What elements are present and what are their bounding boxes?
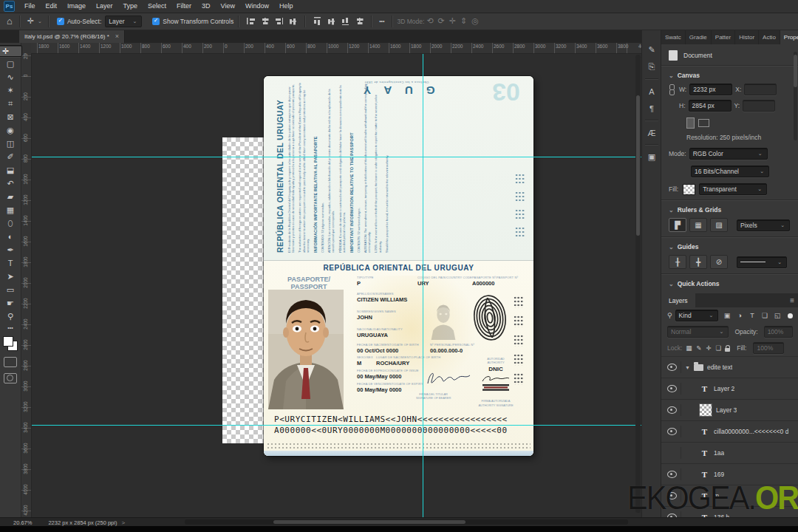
guides-section-header[interactable]: ⌄Guides	[661, 239, 798, 252]
status-chevron-icon[interactable]: >	[121, 519, 125, 526]
lasso-tool[interactable]: ∿	[2, 70, 18, 83]
menu-edit[interactable]: Edit	[41, 0, 63, 13]
horizontal-ruler[interactable]: 2000180016001400120010008006004002000200…	[31, 43, 641, 54]
move-tool-preset-icon[interactable]: ✛	[25, 17, 36, 25]
healing-brush-tool[interactable]: ◫	[2, 137, 18, 150]
glyphs-panel-icon[interactable]: Æ	[644, 126, 659, 140]
crop-tool[interactable]: ⌗	[2, 97, 18, 110]
edit-toolbar-icon[interactable]: •••	[7, 325, 13, 330]
quick-selection-tool[interactable]: ✶	[2, 83, 18, 97]
menu-window[interactable]: Window	[240, 0, 274, 13]
color-swatches[interactable]	[3, 336, 18, 351]
screen-mode-button[interactable]	[4, 373, 17, 383]
filter-toggle[interactable]	[788, 313, 793, 318]
lock-artboard-icon[interactable]: ❏	[716, 344, 722, 352]
guide-layout-icon[interactable]: ╋	[689, 255, 707, 269]
toggle-rulers-icon[interactable]: ▛	[669, 218, 686, 232]
panel-scrollbar[interactable]	[794, 52, 797, 140]
photoshop-logo-icon[interactable]: Ps	[4, 1, 15, 12]
filter-pixel-icon[interactable]: ▣	[721, 310, 732, 321]
3d-drag-icon[interactable]: ✛	[447, 17, 458, 25]
visibility-toggle[interactable]	[666, 447, 681, 459]
layer-row[interactable]: T1aa	[661, 443, 798, 464]
panel-tab-patter[interactable]: Patter	[712, 30, 735, 44]
lock-position-icon[interactable]: ✛	[706, 344, 711, 352]
auto-select-checkbox[interactable]	[57, 18, 64, 25]
height-input[interactable]: 2854 px	[689, 100, 732, 112]
rulers-grids-section-header[interactable]: ⌄Rulers & Grids	[661, 202, 798, 215]
filter-smart-object-icon[interactable]: ◱	[771, 310, 782, 321]
clone-stamp-tool[interactable]: ⬓	[2, 163, 18, 177]
layer-row[interactable]: Layer 3	[661, 400, 798, 421]
fill-dropdown[interactable]: Transparent⌄	[699, 183, 767, 195]
frame-tool[interactable]: ⊠	[2, 110, 18, 123]
align-right-button[interactable]	[275, 18, 283, 24]
color-mode-dropdown[interactable]: RGB Color⌄	[689, 148, 768, 160]
panel-tab-swatc[interactable]: Swatc	[661, 30, 686, 44]
move-tool[interactable]: ✛	[0, 45, 22, 57]
scrollbar-thumb[interactable]	[636, 95, 640, 236]
quick-mask-button[interactable]	[4, 357, 17, 367]
home-icon[interactable]: ⌂	[4, 16, 15, 26]
align-top-button[interactable]	[314, 17, 321, 25]
menu-layer[interactable]: Layer	[91, 0, 118, 13]
3d-roll-icon[interactable]: ⟳	[436, 17, 447, 25]
paragraph-panel-icon[interactable]: ¶	[644, 101, 659, 115]
filter-adjustment-icon[interactable]: ◑	[734, 310, 745, 321]
menu-file[interactable]: File	[19, 0, 41, 13]
canvas-area[interactable]: REPÚBLICA ORIENTAL DEL URUGUAY El Presid…	[31, 53, 641, 517]
document-tab[interactable]: Italy id.psd @ 20.7% (RGB/16) * ×	[19, 30, 125, 43]
layer-row[interactable]: TLayer 2	[661, 378, 798, 400]
link-dimensions-icon[interactable]	[669, 84, 675, 95]
orientation-portrait-button[interactable]	[686, 117, 695, 129]
canvas-section-header[interactable]: ⌄Canvas	[661, 68, 798, 81]
distribute-vertical-button[interactable]	[328, 17, 335, 25]
guide-style-dropdown[interactable]: ⌄	[737, 256, 787, 268]
layer-filter-dropdown[interactable]: Kind⌄	[675, 310, 719, 321]
layer-row[interactable]: T169	[661, 464, 798, 485]
3d-camera-icon[interactable]: ◎	[469, 17, 481, 25]
brush-settings-icon[interactable]: ✎	[644, 43, 659, 57]
guide-horizontal[interactable]	[31, 157, 641, 157]
layer-row[interactable]: ▼edite text	[661, 357, 798, 378]
vertical-ruler[interactable]: 2000200400600800100012001400160018002000…	[21, 53, 32, 517]
distribute-horizontal-button[interactable]	[355, 18, 364, 24]
shape-tool[interactable]: ▭	[2, 283, 18, 296]
ruler-origin-corner[interactable]	[21, 43, 32, 54]
zoom-level[interactable]: 20.67%	[13, 519, 32, 526]
hand-tool[interactable]: ☛	[2, 296, 18, 310]
lock-pixels-icon[interactable]: ✎	[696, 344, 701, 352]
align-left-button[interactable]	[247, 18, 255, 24]
clone-source-icon[interactable]: ⎘	[644, 60, 659, 74]
3d-orbit-icon[interactable]: ⟲	[424, 17, 435, 25]
menu-view[interactable]: View	[216, 0, 240, 13]
brush-tool[interactable]: ✐	[2, 150, 18, 163]
layers-tab[interactable]: Layers	[661, 293, 695, 307]
align-center-horizontal-button[interactable]	[261, 18, 269, 24]
add-guide-icon[interactable]: ╂	[669, 255, 686, 269]
vertical-scrollbar[interactable]	[635, 55, 641, 513]
menu-select[interactable]: Select	[143, 0, 171, 13]
dodge-tool[interactable]: ◐	[2, 230, 18, 243]
filter-shape-icon[interactable]: ❏	[759, 310, 770, 321]
character-panel-icon[interactable]: A	[644, 84, 659, 98]
menu-3d[interactable]: 3D	[197, 0, 216, 13]
layer-row[interactable]: Tm	[661, 485, 798, 507]
layer-row[interactable]: Tcilla0000000...<<<<<<<0 d	[661, 421, 798, 443]
fill-swatch[interactable]	[683, 184, 695, 195]
panel-tab-actio[interactable]: Actio	[759, 30, 780, 44]
clear-guides-icon[interactable]: ⊘	[710, 255, 728, 269]
libraries-panel-icon[interactable]: ▣	[644, 150, 659, 164]
chevron-down-icon[interactable]: ⌄	[36, 18, 44, 24]
type-tool[interactable]: T	[2, 256, 18, 270]
blur-tool[interactable]: ⬯	[2, 216, 18, 230]
foreground-color-swatch[interactable]	[3, 336, 13, 347]
quick-actions-section-header[interactable]: ⌄Quick Actions	[661, 276, 798, 289]
chevron-down-icon[interactable]: ▼	[685, 365, 690, 370]
align-middle-button[interactable]	[290, 17, 296, 25]
visibility-toggle[interactable]	[666, 383, 681, 395]
auto-select-target-dropdown[interactable]: Layer⌄	[105, 16, 142, 27]
path-selection-tool[interactable]: ➤	[2, 270, 18, 283]
ruler-units-dropdown[interactable]: Pixels⌄	[737, 219, 790, 231]
lock-transparency-icon[interactable]: ▦	[686, 344, 692, 352]
